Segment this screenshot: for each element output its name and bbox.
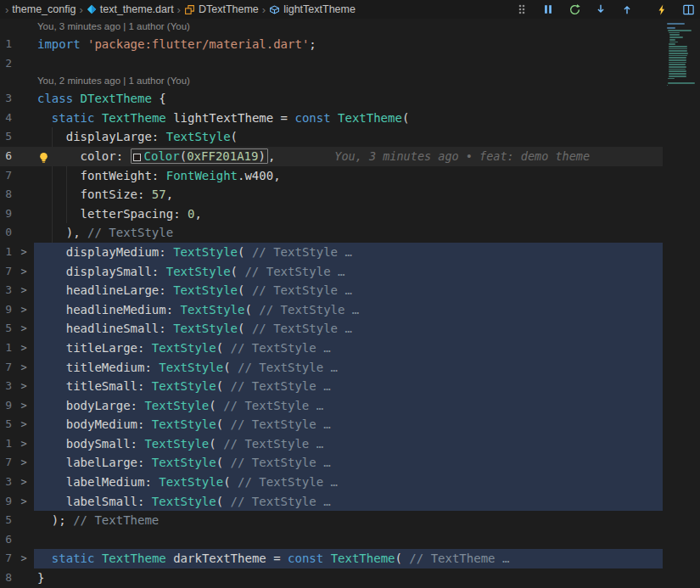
minimap-line [669,59,686,61]
code-text[interactable]: fontWeight: FontWeight.w400, [36,166,700,186]
code-text[interactable]: ); // TextTheme [36,511,700,530]
code-text[interactable]: class DTextTheme { [36,89,700,109]
token: FontWeight [166,169,238,182]
token: static [52,111,95,125]
code-text[interactable] [36,54,700,74]
line-number: 3 [0,89,12,109]
line-number: 7 [0,453,12,473]
fold-chevron-icon[interactable]: > [12,377,36,396]
fold-chevron-icon[interactable]: > [12,281,36,300]
breadcrumb-item-text_theme.dart[interactable]: text_theme.dart [87,3,174,15]
token: titleLarge: [37,341,152,355]
minimap[interactable] [663,21,700,87]
token: // TextStyle … [244,265,344,278]
fold-chevron-icon[interactable]: > [12,396,36,416]
code-line: 5 displayLarge: TextStyle( [0,127,700,147]
code-text[interactable] [36,530,700,550]
breadcrumb-separator-icon: › [262,3,266,16]
token: ( [231,265,245,278]
fold-chevron-icon[interactable]: > [12,415,36,434]
code-text[interactable]: letterSpacing: 0, [36,204,700,224]
token: ( [216,379,231,393]
token: color: [37,149,131,163]
code-line: 7> titleMedium: TextStyle( // TextStyle … [0,358,700,378]
token: TextStyle [173,322,238,335]
color-swatch-icon[interactable] [133,154,141,161]
code-line: 5> headlineSmall: TextStyle( // TextStyl… [0,319,700,339]
line-number: 1 [0,434,12,454]
code-text[interactable]: titleLarge: TextStyle( // TextStyle … [36,339,700,358]
token: ( [209,399,223,412]
fold-chevron-icon[interactable]: > [12,243,36,262]
breadcrumb-item-lighttexttheme[interactable]: lightTextTheme [269,3,356,15]
minimap-line [669,69,686,70]
code-text[interactable]: displaySmall: TextStyle( // TextStyle … [36,262,700,282]
debug-step-out-button[interactable] [619,2,635,17]
code-text[interactable]: color: Color(0xFF201A19),You, 3 minutes … [36,147,700,166]
code-text[interactable]: bodyMedium: TextStyle( // TextStyle … [36,415,700,434]
drag-handle-icon[interactable] [514,2,529,17]
gitlens-blame-annotation[interactable]: You, 3 minutes ago | 1 author (You) [0,19,700,35]
token: headlineMedium: [37,303,181,316]
code-text[interactable]: displayMedium: TextStyle( // TextStyle … [36,243,700,262]
token: // TextStyle … [252,245,352,259]
code-line: 7> displaySmall: TextStyle( // TextStyle… [0,262,700,282]
token: lightTextTheme = [166,111,295,125]
code-text[interactable]: headlineMedium: TextStyle( // TextStyle … [36,300,700,320]
code-text[interactable]: headlineSmall: TextStyle( // TextStyle … [36,319,700,339]
code-text[interactable]: ), // TextStyle [36,223,700,243]
code-text[interactable]: } [36,568,700,588]
color-decorator[interactable]: Color(0xFF201A19) [131,148,268,164]
token: TextStyle [166,130,231,143]
line-number: 4 [0,109,12,128]
token [37,552,52,565]
fold-chevron-icon[interactable]: > [12,434,36,454]
fold-chevron-icon[interactable]: > [12,300,36,320]
code-text[interactable]: labelSmall: TextStyle( // TextStyle … [36,492,700,512]
code-text[interactable]: headlineLarge: TextStyle( // TextStyle … [36,281,700,300]
code-area[interactable]: You, 3 minutes ago | 1 author (You)1impo… [0,19,700,588]
fold-chevron-icon[interactable]: > [12,492,36,512]
code-text[interactable]: static TextTheme darkTextTheme = const T… [36,549,700,568]
code-text[interactable]: labelLarge: TextStyle( // TextStyle … [36,453,700,473]
fold-column [12,127,36,147]
code-text[interactable]: static TextTheme lightTextTheme = const … [36,109,700,128]
fold-chevron-icon[interactable]: > [12,473,36,492]
minimap-line [669,34,680,36]
fold-chevron-icon[interactable]: > [12,319,36,339]
fold-chevron-icon[interactable]: > [12,358,36,378]
code-line: 8} [0,568,700,588]
fold-chevron-icon[interactable]: > [12,339,36,358]
debug-restart-button[interactable] [567,2,582,17]
code-text[interactable]: bodyLarge: TextStyle( // TextStyle … [36,396,700,416]
token: labelMedium: [37,475,159,489]
code-text[interactable]: titleMedium: TextStyle( // TextStyle … [36,358,700,378]
code-line: 3> titleSmall: TextStyle( // TextStyle … [0,377,700,396]
code-line: 1import 'package:flutter/material.dart'; [0,35,700,54]
code-text[interactable]: displayLarge: TextStyle( [36,127,700,147]
fold-chevron-icon[interactable]: > [12,262,36,282]
minimap-line [669,76,686,77]
line-number: 9 [0,300,12,320]
lightbulb-icon[interactable] [38,150,49,170]
token: // TextStyle … [259,303,359,316]
token: static [52,552,95,565]
split-editor-button[interactable] [680,2,696,17]
token: TextStyle [144,437,209,451]
code-text[interactable]: fontSize: 57, [36,185,700,204]
debug-step-into-button[interactable] [593,2,608,17]
editor[interactable]: You, 3 minutes ago | 1 author (You)1impo… [0,19,700,588]
breadcrumb-separator-icon: › [79,3,82,16]
gitlens-blame-annotation[interactable]: You, 2 minutes ago | 1 author (You) [0,73,700,89]
fold-chevron-icon[interactable]: > [12,453,36,473]
code-text[interactable]: import 'package:flutter/material.dart'; [36,35,700,54]
code-text[interactable]: bodySmall: TextStyle( // TextStyle … [36,434,700,454]
fold-chevron-icon[interactable]: > [12,549,36,568]
code-text[interactable]: labelMedium: TextStyle( // TextStyle … [36,473,700,492]
code-text[interactable]: titleSmall: TextStyle( // TextStyle … [36,377,700,396]
breadcrumb-item-dtexttheme[interactable]: DTextTheme [184,3,259,15]
hot-reload-button[interactable] [654,2,669,17]
debug-pause-button[interactable] [540,2,556,17]
minimap-line [669,62,686,64]
breadcrumb-item-theme_config[interactable]: theme_config [12,3,76,15]
